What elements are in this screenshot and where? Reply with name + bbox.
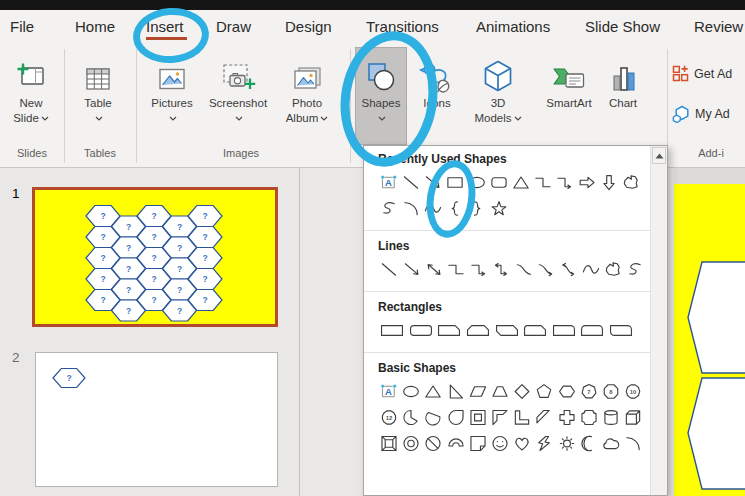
shape-right-triangle[interactable] [445, 379, 467, 403]
pictures-button[interactable]: Pictures [146, 47, 198, 144]
shape-curved-double-arrow[interactable] [557, 257, 579, 281]
shape-rect[interactable] [444, 170, 466, 194]
shape-oval[interactable] [400, 379, 422, 403]
shape-triangle[interactable] [510, 170, 532, 194]
shape-heptagon[interactable]: 7 [578, 379, 600, 403]
shape-brace-right[interactable] [466, 196, 488, 220]
shape-trapezoid[interactable] [489, 379, 511, 403]
shape-rounded-rect-wide[interactable] [407, 318, 436, 342]
shape-half-frame[interactable] [489, 405, 511, 429]
shape-triangle[interactable] [422, 379, 444, 403]
shape-hexagon[interactable] [556, 379, 578, 403]
shape-line[interactable] [400, 170, 422, 194]
smartart-button[interactable]: SmartArt [534, 47, 604, 144]
3d-models-button[interactable]: 3DModels [466, 47, 530, 144]
shapes-button[interactable]: Shapes [355, 47, 407, 145]
shape-frame[interactable] [467, 405, 489, 429]
my-addins-button[interactable]: My Ad [672, 105, 730, 123]
shape-elbow-arrow[interactable] [554, 170, 576, 194]
icons-button[interactable]: Icons [412, 47, 462, 144]
shape-arrow[interactable] [400, 257, 422, 281]
tab-transitions[interactable]: Transitions [366, 18, 439, 35]
shape-smiley[interactable] [489, 431, 511, 455]
tab-slide-show[interactable]: Slide Show [585, 18, 660, 35]
new-slide-button[interactable]: NewSlide [6, 47, 56, 144]
shape-teardrop[interactable] [445, 405, 467, 429]
tab-file[interactable]: File [10, 18, 34, 35]
shape-pie[interactable] [400, 405, 422, 429]
slide-2-thumbnail[interactable]: ? [35, 352, 278, 487]
shape-freeform[interactable] [602, 257, 624, 281]
shape-star[interactable] [488, 196, 510, 220]
shape-elbow[interactable] [445, 257, 467, 281]
chart-button[interactable]: Chart [600, 47, 646, 144]
shape-elbow-double-arrow[interactable] [490, 257, 512, 281]
tab-home[interactable]: Home [75, 18, 115, 35]
shape-parallelogram[interactable] [467, 379, 489, 403]
tab-insert[interactable]: Insert [146, 18, 184, 35]
get-addins-button[interactable]: Get Ad [672, 65, 732, 82]
shape-curved[interactable] [512, 257, 534, 281]
shape-bevel[interactable] [378, 431, 400, 455]
shape-elbow-arrow[interactable] [468, 257, 490, 281]
shape-down-arrow[interactable] [598, 170, 620, 194]
shape-snip-single-corner[interactable] [435, 318, 464, 342]
shape-chord[interactable] [422, 405, 444, 429]
shape-brace-left[interactable] [444, 196, 466, 220]
shape-cross[interactable] [556, 405, 578, 429]
slide-canvas[interactable] [674, 184, 745, 496]
dropdown-scrollbar[interactable] [650, 146, 667, 495]
shape-round-diagonal[interactable] [607, 318, 636, 342]
shape-arc[interactable] [400, 196, 422, 220]
shape-moon[interactable] [578, 431, 600, 455]
shape-round-single-corner[interactable] [550, 318, 579, 342]
shape-no-symbol[interactable] [422, 431, 444, 455]
shape-pentagon[interactable] [533, 379, 555, 403]
shape-freeform[interactable] [620, 170, 642, 194]
shape-round-same-side[interactable] [578, 318, 607, 342]
shape-octagon[interactable]: 8 [600, 379, 622, 403]
shape-dodecagon[interactable]: 12 [378, 405, 400, 429]
shape-elbow[interactable] [532, 170, 554, 194]
shape-curve[interactable] [422, 196, 444, 220]
shape-cloud[interactable] [600, 431, 622, 455]
shape-decagon[interactable]: 10 [622, 379, 644, 403]
tab-design[interactable]: Design [285, 18, 332, 35]
screenshot-button[interactable]: Screenshot [204, 47, 272, 144]
shape-l-shape[interactable] [511, 405, 533, 429]
shape-snip-round-single[interactable] [521, 318, 550, 342]
shape-line[interactable] [378, 257, 400, 281]
shape-block-arc[interactable] [445, 431, 467, 455]
shape-arc[interactable] [622, 431, 644, 455]
shape-rounded-rect[interactable] [488, 170, 510, 194]
shape-right-arrow[interactable] [576, 170, 598, 194]
shape-rect-wide[interactable] [378, 318, 407, 342]
shape-textbox[interactable]: A [378, 379, 400, 403]
shape-textbox[interactable]: A [378, 170, 400, 194]
shape-arrow[interactable] [422, 170, 444, 194]
tab-animations[interactable]: Animations [476, 18, 550, 35]
shape-plaque[interactable] [578, 405, 600, 429]
shape-heart[interactable] [511, 431, 533, 455]
shape-folded-corner[interactable] [467, 431, 489, 455]
shape-snip-same-side[interactable] [464, 318, 493, 342]
shape-curved-arrow[interactable] [535, 257, 557, 281]
tab-review[interactable]: Review [694, 18, 743, 35]
tab-draw[interactable]: Draw [216, 18, 251, 35]
shape-curve[interactable] [580, 257, 602, 281]
slide-1-thumbnail[interactable]: ????????????????????????? [32, 187, 278, 327]
shape-double-arrow[interactable] [423, 257, 445, 281]
shape-diamond[interactable] [511, 379, 533, 403]
shape-lightning[interactable] [533, 431, 555, 455]
shape-cube[interactable] [622, 405, 644, 429]
shape-diagonal-stripe[interactable] [533, 405, 555, 429]
shape-scribble[interactable] [378, 196, 400, 220]
scroll-up-arrow-icon[interactable] [652, 147, 666, 164]
shape-snip-diagonal[interactable] [492, 318, 521, 342]
shape-oval[interactable] [466, 170, 488, 194]
shape-scribble[interactable] [624, 257, 646, 281]
shape-sun[interactable] [556, 431, 578, 455]
shape-donut[interactable] [400, 431, 422, 455]
thumbnail-panel-divider[interactable] [299, 168, 300, 496]
table-button[interactable]: Table [74, 47, 122, 144]
